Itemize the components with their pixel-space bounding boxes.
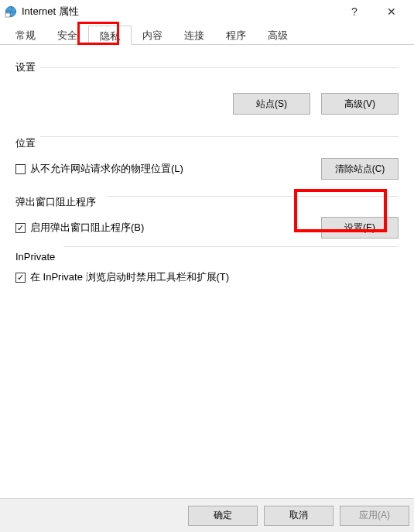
apply-button[interactable]: 应用(A) bbox=[340, 506, 409, 526]
location-row: 从不允许网站请求你的物理位置(L) 清除站点(C) bbox=[15, 158, 399, 180]
divider bbox=[63, 246, 399, 247]
tab-bar: 常规 安全 隐私 内容 连接 程序 高级 bbox=[0, 23, 414, 45]
close-button[interactable]: ✕ bbox=[380, 4, 403, 19]
inprivate-checkbox[interactable] bbox=[15, 273, 26, 283]
svg-rect-1 bbox=[5, 13, 10, 17]
popup-settings-button[interactable]: 设置(E) bbox=[321, 217, 399, 239]
tab-general[interactable]: 常规 bbox=[5, 26, 46, 45]
clear-sites-button[interactable]: 清除站点(C) bbox=[321, 158, 399, 180]
tab-security[interactable]: 安全 bbox=[46, 26, 88, 45]
settings-buttons-row: 站点(S) 高级(V) bbox=[15, 93, 399, 115]
tab-connections[interactable]: 连接 bbox=[173, 26, 215, 45]
popup-blocker-checkbox-label: 启用弹出窗口阻止程序(B) bbox=[30, 221, 144, 235]
help-button[interactable]: ? bbox=[343, 4, 366, 19]
tab-content[interactable]: 内容 bbox=[132, 26, 173, 45]
location-checkbox[interactable] bbox=[15, 164, 26, 174]
ok-button[interactable]: 确定 bbox=[188, 506, 258, 526]
tab-privacy[interactable]: 隐私 bbox=[88, 26, 132, 45]
section-popup-label: 弹出窗口阻止程序 bbox=[15, 195, 399, 209]
popup-blocker-checkbox[interactable] bbox=[15, 223, 26, 233]
tab-advanced[interactable]: 高级 bbox=[257, 26, 299, 45]
section-inprivate-label: InPrivate bbox=[15, 251, 399, 263]
dialog-footer: 确定 取消 应用(A) bbox=[0, 498, 414, 532]
sites-button[interactable]: 站点(S) bbox=[233, 93, 310, 115]
divider bbox=[107, 196, 399, 197]
section-location-label: 位置 bbox=[15, 136, 399, 150]
inprivate-checkbox-label: 在 InPrivate 浏览启动时禁用工具栏和扩展(T) bbox=[30, 270, 229, 284]
titlebar-buttons: ? ✕ bbox=[343, 4, 409, 19]
internet-options-icon bbox=[5, 5, 17, 18]
tab-content-privacy: 设置 站点(S) 高级(V) 位置 从不允许网站请求你的物理位置(L) 清除站点… bbox=[0, 45, 414, 498]
location-checkbox-label: 从不允许网站请求你的物理位置(L) bbox=[30, 162, 183, 176]
divider bbox=[40, 67, 399, 68]
popup-row: 启用弹出窗口阻止程序(B) 设置(E) bbox=[15, 217, 399, 239]
window-title: Internet 属性 bbox=[22, 5, 343, 19]
inprivate-row: 在 InPrivate 浏览启动时禁用工具栏和扩展(T) bbox=[15, 270, 399, 284]
titlebar: Internet 属性 ? ✕ bbox=[0, 0, 414, 23]
cancel-button[interactable]: 取消 bbox=[264, 506, 334, 526]
advanced-button[interactable]: 高级(V) bbox=[321, 93, 399, 115]
tab-programs[interactable]: 程序 bbox=[215, 26, 257, 45]
divider bbox=[40, 136, 399, 137]
